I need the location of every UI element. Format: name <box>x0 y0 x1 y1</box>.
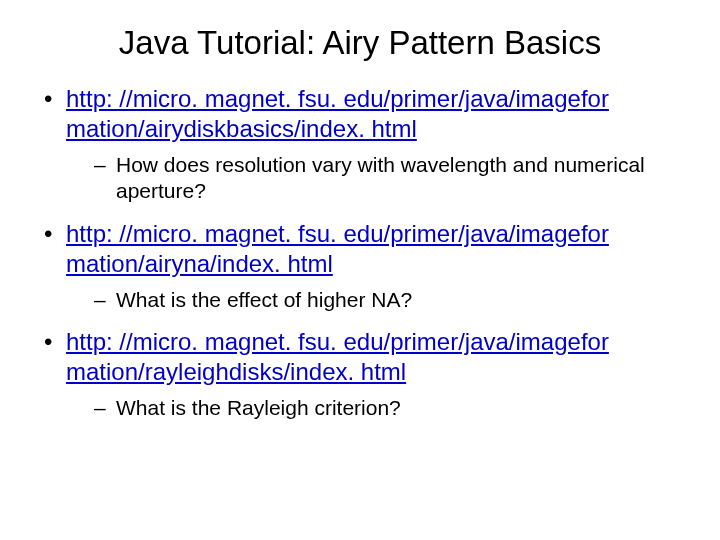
slide: Java Tutorial: Airy Pattern Basics http:… <box>0 0 720 540</box>
link-airyna[interactable]: http: //micro. magnet. fsu. edu/primer/j… <box>66 220 609 277</box>
sub-list-2: What is the effect of higher NA? <box>66 287 680 313</box>
slide-title: Java Tutorial: Airy Pattern Basics <box>40 24 680 62</box>
bullet-item-1: http: //micro. magnet. fsu. edu/primer/j… <box>40 84 680 205</box>
sub-list-1: How does resolution vary with wavelength… <box>66 152 680 205</box>
link-airydiskbasics[interactable]: http: //micro. magnet. fsu. edu/primer/j… <box>66 85 609 142</box>
sub-item-3: What is the Rayleigh criterion? <box>94 395 680 421</box>
sub-item-1: How does resolution vary with wavelength… <box>94 152 680 205</box>
sub-list-3: What is the Rayleigh criterion? <box>66 395 680 421</box>
sub-item-2: What is the effect of higher NA? <box>94 287 680 313</box>
bullet-item-2: http: //micro. magnet. fsu. edu/primer/j… <box>40 219 680 313</box>
link-rayleighdisks[interactable]: http: //micro. magnet. fsu. edu/primer/j… <box>66 328 609 385</box>
bullet-item-3: http: //micro. magnet. fsu. edu/primer/j… <box>40 327 680 421</box>
bullet-list: http: //micro. magnet. fsu. edu/primer/j… <box>40 84 680 421</box>
